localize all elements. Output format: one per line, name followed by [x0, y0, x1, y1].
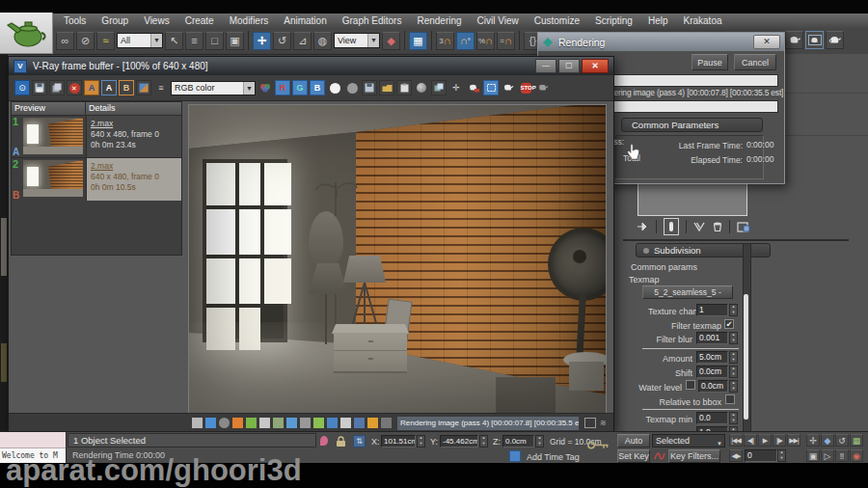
render-production-icon[interactable] — [826, 31, 844, 49]
modifier-stack-list[interactable] — [637, 179, 747, 216]
absolute-offset-mode-icon[interactable]: ⇅ — [353, 435, 366, 447]
menu-help[interactable]: Help — [640, 14, 676, 28]
rendering-dialog-titlebar[interactable]: Rendering ✕ — [538, 33, 784, 51]
white-level-icon[interactable] — [327, 80, 342, 95]
show-alpha-icon[interactable]: A — [84, 80, 99, 95]
dialog-close-button[interactable]: ✕ — [753, 35, 780, 49]
select-and-scale-icon[interactable]: ⊿ — [293, 32, 312, 50]
window-crossing-icon[interactable]: ▣ — [226, 32, 244, 50]
preview-column-header[interactable]: Preview — [12, 102, 86, 115]
select-object-icon[interactable]: ↖ — [165, 32, 183, 50]
next-frame-button[interactable]: ||▶ — [773, 434, 786, 447]
auto-key-button[interactable]: Auto Key — [617, 434, 650, 447]
x-coordinate-field[interactable]: 101.51cm — [381, 435, 416, 447]
stamp-icon[interactable] — [414, 80, 429, 95]
vfb-status-icon[interactable] — [205, 418, 216, 428]
menu-group[interactable]: Group — [94, 14, 136, 28]
select-and-manipulate-icon[interactable]: ◆ — [382, 32, 400, 50]
y-coordinate-field[interactable]: -45.462cm — [440, 435, 478, 447]
monochrome-icon[interactable]: B — [119, 80, 134, 95]
menu-views[interactable]: Views — [136, 14, 177, 28]
render-last-icon[interactable] — [466, 80, 481, 95]
vfb-status-icon[interactable] — [219, 418, 230, 428]
key-filters-button[interactable]: Key Filters... — [668, 449, 720, 463]
menu-rendering[interactable]: Rendering — [409, 14, 469, 28]
details-column-header[interactable]: Details — [86, 102, 181, 115]
menu-modifiers[interactable]: Modifiers — [222, 14, 277, 28]
show-end-result-icon[interactable] — [664, 218, 679, 235]
selection-filter-dropdown[interactable]: All▼ — [117, 33, 163, 48]
current-frame-field[interactable]: 0 — [745, 449, 777, 462]
play-button[interactable]: ▶ — [758, 434, 772, 447]
keyboard-shortcut-override-icon[interactable]: ▦ — [409, 32, 427, 50]
vfb-menu-icon[interactable]: ≡ — [153, 80, 169, 95]
rectangular-selection-region-icon[interactable]: □ — [205, 32, 224, 50]
texture-chan-spinner[interactable]: ▲▼ — [729, 304, 738, 316]
vfb-status-icon[interactable] — [259, 418, 270, 428]
add-time-tag[interactable]: Add Time Tag — [527, 453, 580, 462]
x-spinner[interactable]: ▲▼ — [417, 435, 425, 447]
walk-through-icon[interactable]: ‼ — [835, 449, 849, 462]
texmap-min-spinner[interactable]: ▲▼ — [729, 412, 738, 424]
track-mouse-icon[interactable]: ✛ — [448, 80, 464, 95]
red-channel-icon[interactable]: R — [275, 80, 290, 95]
copy-to-clipboard-icon[interactable] — [396, 80, 412, 95]
zoom-viewport-icon[interactable]: ▣ — [806, 449, 820, 462]
select-and-link-icon[interactable]: ∞ — [56, 32, 74, 50]
minimize-button[interactable]: — — [535, 59, 556, 73]
vfb-status-icon[interactable] — [313, 418, 324, 428]
water-level-field[interactable]: 0.0cm — [698, 380, 728, 393]
history-row-2[interactable]: 2 B 2.max 640 x 480, frame 0 0h 0m 10.5s — [12, 157, 181, 201]
menu-civil-view[interactable]: Civil View — [470, 14, 527, 28]
pause-button[interactable]: Pause — [692, 54, 728, 70]
vfb-resize-icon[interactable] — [584, 418, 596, 428]
reference-coordinate-dropdown[interactable]: View▼ — [334, 33, 380, 48]
rendered-frame-window-icon[interactable] — [805, 31, 824, 49]
maximize-button[interactable]: ▢ — [558, 59, 580, 73]
bind-to-space-warp-icon[interactable]: ≈ — [96, 32, 115, 50]
isolate-selection-icon[interactable]: ▦ — [850, 434, 863, 447]
snaps-toggle-icon[interactable]: 3∩ — [436, 32, 454, 50]
remove-modifier-icon[interactable] — [713, 221, 722, 232]
panel-scrollbar-thumb[interactable] — [744, 294, 748, 420]
frame-spinner[interactable]: ▲▼ — [777, 449, 786, 462]
filter-blur-spinner[interactable]: ▲▼ — [729, 332, 738, 344]
render-scene-icon[interactable] — [501, 80, 516, 95]
z-coordinate-field[interactable]: 0.0cm — [502, 435, 534, 447]
maximize-viewport-toggle-icon[interactable]: ◉ — [850, 449, 863, 462]
pivot-center-icon[interactable]: ◍ — [313, 32, 332, 50]
amount-spinner[interactable]: ▲▼ — [729, 351, 738, 364]
menu-krakatoa[interactable]: Krakatoa — [675, 14, 729, 28]
pin-stack-icon[interactable] — [637, 221, 649, 232]
zoom-all-icon[interactable]: ▷ — [821, 449, 834, 462]
save-channels-icon[interactable] — [362, 80, 377, 95]
filter-texmap-checkbox[interactable]: ✔ — [724, 319, 734, 329]
previous-frame-button[interactable]: ◀|| — [744, 434, 757, 447]
zoom-extents-icon[interactable]: ◆ — [821, 434, 834, 447]
compare-images-icon[interactable] — [431, 80, 447, 95]
go-to-start-button[interactable]: |◀◀ — [729, 434, 743, 447]
save-image-icon[interactable] — [32, 80, 47, 95]
vfb-status-icon[interactable] — [354, 418, 365, 428]
key-mode-toggle[interactable]: ◀▶ — [729, 449, 743, 462]
close-button[interactable]: ✕ — [582, 59, 609, 73]
region-render-icon[interactable] — [483, 80, 499, 95]
menu-customize[interactable]: Customize — [527, 14, 587, 28]
configure-modifier-sets-icon[interactable] — [737, 221, 750, 232]
relative-to-bbox-checkbox[interactable] — [725, 394, 735, 404]
clear-image-icon[interactable]: ✕ — [67, 80, 82, 95]
pan-view-icon[interactable]: ✢ — [806, 434, 820, 447]
vfb-status-icon[interactable] — [300, 418, 311, 428]
vfb-status-icon[interactable] — [273, 418, 284, 428]
blue-channel-icon[interactable]: B — [310, 80, 325, 95]
menu-animation[interactable]: Animation — [276, 14, 334, 28]
stop-render-icon[interactable]: STOP — [518, 80, 533, 95]
rgb-alpha-icon[interactable]: A — [101, 80, 117, 95]
load-image-icon[interactable] — [379, 80, 394, 95]
vfb-titlebar[interactable]: V V-Ray frame buffer - [100% of 640 x 48… — [9, 57, 613, 75]
select-by-name-icon[interactable]: ≡ — [185, 32, 203, 50]
amount-field[interactable]: 5.0cm — [696, 351, 728, 364]
y-spinner[interactable]: ▲▼ — [479, 435, 488, 447]
filter-blur-field[interactable]: 0.001 — [696, 332, 728, 344]
rollout-common-parameters[interactable]: Common Parameters — [621, 118, 763, 132]
